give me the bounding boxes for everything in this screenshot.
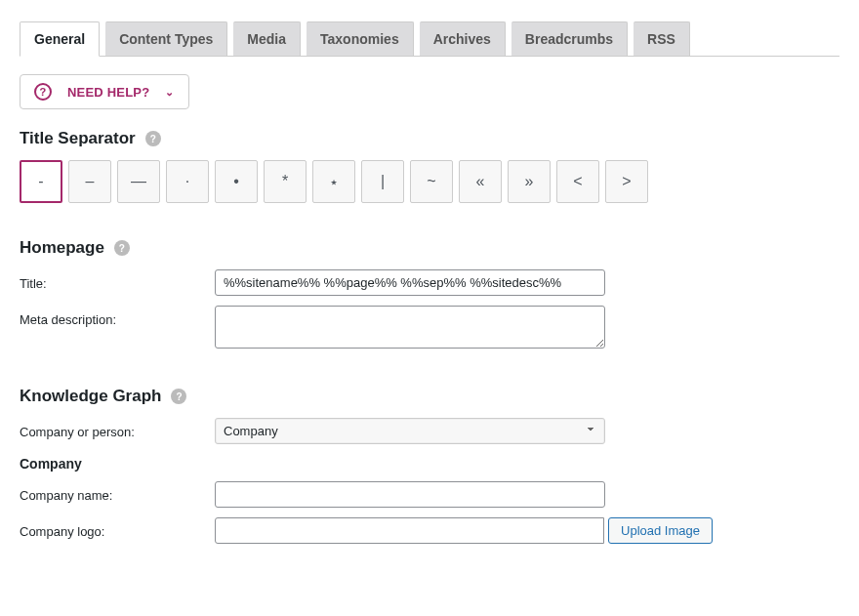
- homepage-title-label: Title:: [20, 269, 215, 291]
- company-name-input[interactable]: [215, 481, 605, 508]
- chevron-down-icon: ⌄: [165, 86, 174, 99]
- tab-media[interactable]: Media: [233, 21, 301, 56]
- upload-image-button[interactable]: Upload Image: [608, 517, 713, 544]
- tab-rss[interactable]: RSS: [634, 21, 690, 56]
- separator-option[interactable]: •: [215, 160, 258, 203]
- need-help-label: NEED HELP?: [67, 85, 149, 100]
- separator-option[interactable]: »: [508, 160, 551, 203]
- separator-option[interactable]: *: [264, 160, 307, 203]
- need-help-button[interactable]: ? NEED HELP? ⌄: [20, 74, 189, 109]
- question-icon: ?: [34, 83, 52, 101]
- help-icon[interactable]: ?: [145, 131, 161, 146]
- homepage-title-input[interactable]: [215, 269, 605, 296]
- separator-option[interactable]: ⋆: [312, 160, 355, 203]
- homepage-heading: Homepage ?: [20, 238, 839, 258]
- homepage-meta-label: Meta description:: [20, 306, 215, 327]
- separator-options: -–—·•*⋆|~«»<>: [20, 160, 839, 203]
- homepage-meta-textarea[interactable]: [215, 306, 605, 349]
- tab-breadcrumbs[interactable]: Breadcrumbs: [511, 21, 628, 56]
- company-subheading: Company: [20, 456, 839, 472]
- company-or-person-label: Company or person:: [20, 418, 215, 439]
- separator-option[interactable]: –: [68, 160, 111, 203]
- company-logo-label: Company logo:: [20, 517, 215, 539]
- knowledge-graph-heading: Knowledge Graph ?: [20, 387, 839, 406]
- tab-bar: GeneralContent TypesMediaTaxonomiesArchi…: [20, 21, 839, 57]
- company-or-person-select[interactable]: Company: [215, 418, 605, 444]
- title-separator-heading: Title Separator ?: [20, 129, 839, 148]
- separator-option[interactable]: ~: [410, 160, 453, 203]
- separator-option[interactable]: —: [117, 160, 160, 203]
- separator-option[interactable]: -: [20, 160, 62, 203]
- tab-content-types[interactable]: Content Types: [105, 21, 227, 56]
- separator-option[interactable]: «: [459, 160, 502, 203]
- separator-option[interactable]: |: [361, 160, 404, 203]
- help-icon[interactable]: ?: [171, 389, 186, 404]
- separator-option[interactable]: ·: [166, 160, 209, 203]
- tab-general[interactable]: General: [20, 21, 100, 57]
- tab-archives[interactable]: Archives: [420, 21, 506, 56]
- company-name-label: Company name:: [20, 481, 215, 503]
- separator-option[interactable]: <: [556, 160, 599, 203]
- tab-taxonomies[interactable]: Taxonomies: [307, 21, 414, 56]
- separator-option[interactable]: >: [605, 160, 648, 203]
- help-icon[interactable]: ?: [114, 240, 130, 256]
- company-logo-input[interactable]: [215, 517, 604, 544]
